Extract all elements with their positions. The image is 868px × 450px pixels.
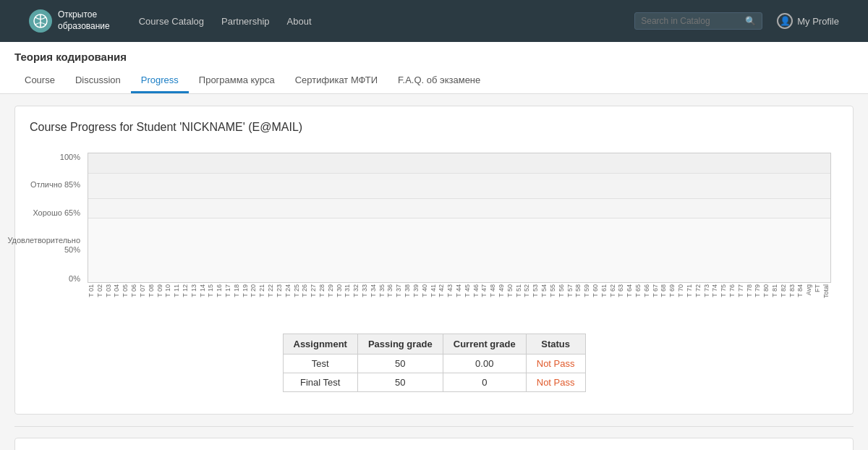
x-label: T 80 bbox=[762, 284, 771, 297]
table-cell-passing_grade: 50 bbox=[357, 373, 443, 392]
x-label: T 49 bbox=[498, 284, 506, 297]
course-title: Теория кодирования bbox=[14, 51, 854, 63]
y-label-85: Отлично 85% bbox=[30, 180, 80, 189]
x-label: T 68 bbox=[660, 284, 668, 297]
x-label: T 57 bbox=[566, 284, 575, 297]
x-label: T 17 bbox=[224, 284, 233, 297]
x-label: T 38 bbox=[404, 284, 412, 297]
x-label: T 50 bbox=[506, 284, 515, 297]
x-label: T 33 bbox=[361, 284, 370, 297]
profile-icon: 👤 bbox=[777, 13, 793, 29]
x-label: Total bbox=[822, 284, 831, 298]
x-label: T 81 bbox=[771, 284, 780, 297]
main-content: Course Progress for Student 'NICKNAME' (… bbox=[0, 94, 868, 450]
x-label: T 56 bbox=[558, 284, 566, 297]
x-label: T 23 bbox=[276, 284, 284, 297]
x-label: T 15 bbox=[207, 284, 216, 297]
x-label: T 66 bbox=[643, 284, 652, 297]
x-label: T 35 bbox=[378, 284, 387, 297]
y-label-50: Удовлетворительно50% bbox=[7, 236, 80, 255]
x-label: T 77 bbox=[737, 284, 746, 297]
x-label: T 16 bbox=[216, 284, 224, 297]
table-cell-current_grade: 0.00 bbox=[443, 355, 526, 373]
x-label: T 74 bbox=[711, 284, 720, 297]
tab-faq[interactable]: F.A.Q. об экзамене bbox=[388, 69, 490, 93]
profile-label: My Profile bbox=[797, 16, 839, 27]
x-label: T 51 bbox=[515, 284, 524, 297]
x-label: T 05 bbox=[122, 284, 130, 297]
x-label: T 55 bbox=[549, 284, 558, 297]
x-label: T 63 bbox=[617, 284, 626, 297]
search-input[interactable] bbox=[641, 16, 742, 26]
x-label: T 60 bbox=[592, 284, 600, 297]
table-cell-assignment: Test bbox=[283, 355, 357, 373]
x-label: T 58 bbox=[574, 284, 583, 297]
x-label: T 09 bbox=[156, 284, 165, 297]
x-label: T 70 bbox=[677, 284, 686, 297]
x-label: T 59 bbox=[583, 284, 592, 297]
x-label: FT bbox=[814, 284, 822, 292]
x-label: T 71 bbox=[686, 284, 694, 297]
col-header-status: Status bbox=[526, 334, 585, 355]
x-label: T 44 bbox=[455, 284, 464, 297]
x-label: T 84 bbox=[796, 284, 805, 297]
tab-discussion[interactable]: Discussion bbox=[65, 69, 131, 93]
x-label: T 13 bbox=[190, 284, 199, 297]
x-label: T 11 bbox=[173, 284, 182, 297]
nav-links: Course Catalog Partnership About bbox=[139, 16, 634, 27]
x-label: T 41 bbox=[430, 284, 438, 297]
x-label: T 52 bbox=[523, 284, 532, 297]
x-label: T 14 bbox=[199, 284, 208, 297]
x-label: T 30 bbox=[336, 284, 344, 297]
x-label: T 12 bbox=[182, 284, 190, 297]
search-box: 🔍 bbox=[634, 12, 762, 30]
grade-table-body: Test500.00Not PassFinal Test500Not Pass bbox=[283, 355, 585, 392]
profile-area[interactable]: 👤 My Profile bbox=[777, 13, 839, 29]
page-header: Теория кодирования Course Discussion Pro… bbox=[0, 42, 868, 94]
x-label: T 03 bbox=[105, 284, 114, 297]
x-label: T 36 bbox=[386, 284, 395, 297]
x-label: T 42 bbox=[438, 284, 446, 297]
table-cell-status: Not Pass bbox=[526, 373, 585, 392]
x-label: T 21 bbox=[258, 284, 267, 297]
x-label: T 07 bbox=[139, 284, 148, 297]
table-cell-status: Not Pass bbox=[526, 355, 585, 373]
x-label: T 26 bbox=[301, 284, 310, 297]
x-label: T 31 bbox=[344, 284, 352, 297]
band-excellent bbox=[88, 153, 830, 173]
x-label: T 40 bbox=[421, 284, 430, 297]
x-label: T 39 bbox=[412, 284, 421, 297]
x-label: T 65 bbox=[634, 284, 643, 297]
tab-course[interactable]: Course bbox=[14, 69, 65, 93]
tab-certificate[interactable]: Сертификат МФТИ bbox=[285, 69, 388, 93]
chart-area bbox=[88, 153, 831, 283]
nav-link-about[interactable]: About bbox=[287, 16, 312, 27]
band-good bbox=[88, 173, 830, 199]
chart-container: 100% Отлично 85% Хорошо 65% Удовлетворит… bbox=[30, 145, 838, 319]
band-satisfactory bbox=[88, 198, 830, 218]
x-label: T 82 bbox=[780, 284, 788, 297]
chart-y-labels: 100% Отлично 85% Хорошо 65% Удовлетворит… bbox=[30, 153, 84, 283]
x-label: T 72 bbox=[694, 284, 703, 297]
tab-program[interactable]: Программа курса bbox=[189, 69, 285, 93]
x-label: T 29 bbox=[327, 284, 336, 297]
x-label: T 54 bbox=[540, 284, 549, 297]
brand: Открытое образование bbox=[29, 9, 110, 33]
x-label: T 18 bbox=[233, 284, 242, 297]
x-label: T 46 bbox=[472, 284, 481, 297]
chart-x-labels: T 01T 02T 03T 04T 05T 06T 07T 08T 09T 10… bbox=[88, 284, 831, 319]
search-icon: 🔍 bbox=[745, 16, 756, 26]
week-section: Неделя 1 Приветствие No problem scores i… bbox=[14, 438, 854, 450]
nav-link-catalog[interactable]: Course Catalog bbox=[139, 16, 204, 27]
tab-progress[interactable]: Progress bbox=[131, 69, 189, 93]
x-label: T 04 bbox=[113, 284, 122, 297]
y-label-100: 100% bbox=[60, 153, 80, 161]
grid-line-50 bbox=[88, 218, 830, 218]
x-label: T 67 bbox=[652, 284, 660, 297]
nav-link-partnership[interactable]: Partnership bbox=[221, 16, 269, 27]
grade-table-wrapper: Assignment Passing grade Current grade S… bbox=[30, 334, 838, 392]
x-label: T 10 bbox=[164, 284, 173, 297]
x-label: T 25 bbox=[293, 284, 302, 297]
y-label-0: 0% bbox=[69, 274, 80, 283]
x-label: T 62 bbox=[609, 284, 618, 297]
